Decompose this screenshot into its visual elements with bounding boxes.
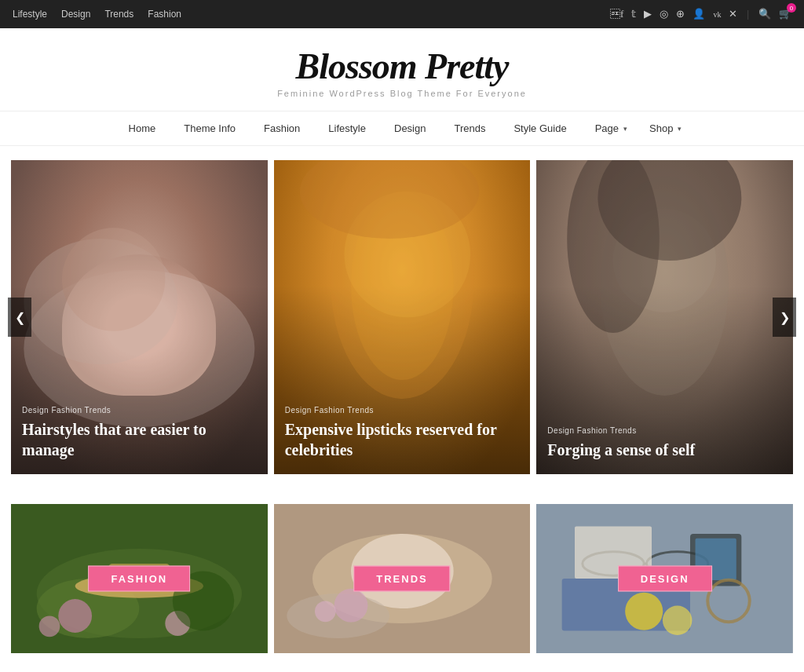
svg-point-24	[334, 589, 367, 623]
category-fashion-label: FASHION	[88, 566, 190, 592]
nav-theme-info[interactable]: Theme Info	[170, 111, 250, 145]
cart-badge: 0	[787, 3, 796, 13]
shop-dropdown-arrow: ▾	[678, 125, 689, 133]
svg-point-36	[663, 605, 692, 634]
main-nav: Home Theme Info Fashion Lifestyle Design…	[0, 111, 804, 146]
slide-3-category: Design Fashion Trends	[547, 426, 782, 435]
nav-page-dropdown[interactable]: Page ▾	[581, 111, 635, 145]
nav-design[interactable]: Design	[380, 111, 440, 145]
nav-shop-dropdown[interactable]: Shop ▾	[635, 111, 689, 145]
svg-point-2	[62, 228, 165, 331]
category-design[interactable]: DESIGN	[536, 504, 793, 653]
nav-shop[interactable]: Shop	[635, 111, 678, 145]
instagram-icon[interactable]: ◎	[660, 8, 668, 20]
slider-prev-button[interactable]: ❮	[8, 298, 31, 337]
category-trends[interactable]: TRENDS	[274, 504, 531, 653]
slide-1-category: Design Fashion Trends	[22, 406, 257, 415]
youtube-icon[interactable]: ▶	[644, 8, 652, 20]
slide-2-overlay: Design Fashion Trends Expensive lipstick…	[274, 393, 531, 474]
site-subtitle: Feminine WordPress Blog Theme For Everyo…	[0, 89, 804, 98]
svg-point-16	[58, 599, 92, 633]
category-fashion[interactable]: FASHION	[11, 504, 268, 653]
topbar-nav-lifestyle[interactable]: Lifestyle	[13, 9, 47, 20]
slide-item-2: Design Fashion Trends Expensive lipstick…	[274, 160, 531, 474]
user-icon[interactable]: 👤	[693, 8, 705, 20]
nav-page[interactable]: Page	[581, 111, 623, 145]
slide-item-1: Design Fashion Trends Hairstyles that ar…	[11, 160, 268, 474]
ok-icon[interactable]: ⊕	[676, 8, 685, 20]
cart-icon[interactable]: 🛒 0	[779, 8, 791, 20]
category-design-label: DESIGN	[618, 566, 712, 592]
search-icon[interactable]: 🔍	[758, 8, 771, 20]
nav-trends[interactable]: Trends	[440, 111, 499, 145]
slide-item-3: Design Fashion Trends Forging a sense of…	[536, 160, 793, 474]
topbar-icons: f 𝕥 ▶ ◎ ⊕ 👤 vk ✕ | 🔍 🛒 0	[610, 8, 791, 20]
slide-3-title[interactable]: Forging a sense of self	[547, 440, 782, 460]
page-dropdown-arrow: ▾	[623, 125, 635, 133]
category-design-label-wrap: DESIGN	[618, 566, 712, 592]
slide-1-overlay: Design Fashion Trends Hairstyles that ar…	[11, 393, 268, 474]
category-trends-label: TRENDS	[353, 566, 450, 592]
divider: |	[747, 8, 749, 20]
slider-next-button[interactable]: ❯	[773, 298, 796, 337]
site-header: Blossom Pretty Feminine WordPress Blog T…	[0, 28, 804, 111]
slide-1-title[interactable]: Hairstyles that are easier to manage	[22, 419, 257, 460]
top-bar: Lifestyle Design Trends Fashion f 𝕥 ▶ ◎…	[0, 0, 804, 28]
slide-2-title[interactable]: Expensive lipsticks reserved for celebri…	[285, 419, 520, 460]
svg-point-35	[625, 593, 663, 630]
category-section: FASHION TRENDS	[0, 488, 804, 669]
nav-lifestyle[interactable]: Lifestyle	[314, 111, 380, 145]
topbar-nav: Lifestyle Design Trends Fashion	[13, 9, 181, 20]
topbar-nav-fashion[interactable]: Fashion	[148, 9, 181, 20]
category-trends-label-wrap: TRENDS	[353, 566, 450, 592]
svg-point-18	[39, 615, 60, 637]
vk-icon[interactable]: vk	[713, 10, 721, 19]
topbar-nav-trends[interactable]: Trends	[104, 9, 133, 20]
nav-style-guide[interactable]: Style Guide	[499, 111, 580, 145]
slider-section: ❮ Design Fashion Trends Hairstyles that …	[0, 146, 804, 488]
slide-2-category: Design Fashion Trends	[285, 406, 520, 415]
svg-point-25	[315, 601, 336, 622]
nav-home[interactable]: Home	[115, 111, 170, 145]
category-fashion-label-wrap: FASHION	[88, 566, 190, 592]
topbar-nav-design[interactable]: Design	[61, 9, 90, 20]
site-title: Blossom Pretty	[0, 46, 804, 87]
facebook-icon[interactable]: f	[610, 8, 623, 20]
nav-fashion[interactable]: Fashion	[250, 111, 314, 145]
twitter-icon[interactable]: 𝕥	[631, 8, 636, 20]
slide-3-overlay: Design Fashion Trends Forging a sense of…	[536, 414, 793, 474]
extra-icon[interactable]: ✕	[729, 8, 737, 20]
